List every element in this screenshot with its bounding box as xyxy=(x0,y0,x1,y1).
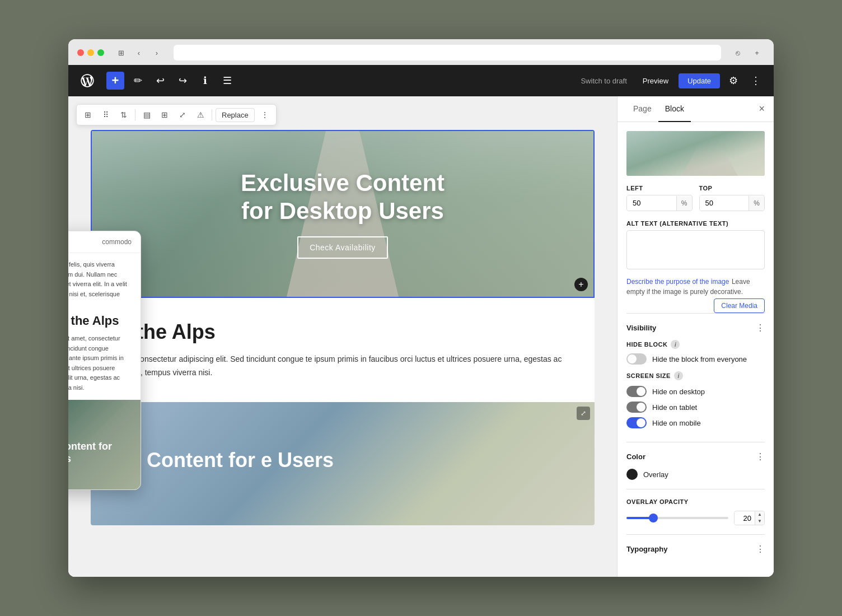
traffic-light-red[interactable] xyxy=(77,49,84,56)
browser-right-icons: ⎋ + xyxy=(730,46,765,59)
color-more-button[interactable]: ⋮ xyxy=(756,451,765,462)
browser-forward-button[interactable]: › xyxy=(149,46,165,59)
block-type-button[interactable]: ⊞ xyxy=(80,107,96,123)
hero-content: Exclusive Content for Desktop Users Chec… xyxy=(92,131,593,297)
add-block-button[interactable]: + xyxy=(106,72,124,90)
info-button[interactable]: ℹ xyxy=(196,72,214,90)
opacity-input-wrapper: ▲ ▼ xyxy=(734,511,765,525)
wp-toolbar: + ✏ ↩ ↪ ℹ ☰ Switch to draft Preview Upda… xyxy=(68,65,774,96)
update-button[interactable]: Update xyxy=(679,73,720,88)
check-availability-button[interactable]: Check Availability xyxy=(297,236,388,259)
hide-everyone-row: Hide the block from everyone xyxy=(626,353,765,365)
traffic-light-green[interactable] xyxy=(97,49,104,56)
browser-back-button[interactable]: ‹ xyxy=(131,46,147,59)
redo-button[interactable]: ↪ xyxy=(174,72,191,90)
browser-window: ⊞ ‹ › ⎋ + + ✏ ↩ ↪ ℹ xyxy=(68,39,774,577)
hide-tablet-toggle[interactable] xyxy=(626,402,647,413)
opacity-slider[interactable] xyxy=(626,517,728,519)
toolbar-divider xyxy=(135,109,135,120)
sidebar-close-button[interactable]: × xyxy=(759,103,765,115)
visibility-more-button[interactable]: ⋮ xyxy=(756,323,765,333)
hide-everyone-label: Hide the block from everyone xyxy=(652,355,747,363)
second-hero-title: ive Content for e Users xyxy=(113,448,334,472)
opacity-stepper: ▲ ▼ xyxy=(755,511,764,525)
preview-button[interactable]: Preview xyxy=(637,73,674,88)
hide-desktop-toggle[interactable] xyxy=(626,386,647,397)
align-left-button[interactable]: ▤ xyxy=(139,107,155,123)
typography-more-button[interactable]: ⋮ xyxy=(756,544,765,554)
screen-size-header: SCREEN SIZE i xyxy=(626,371,765,380)
screen-size-label: SCREEN SIZE xyxy=(626,372,671,379)
expand-icon[interactable]: ⤢ xyxy=(577,407,590,420)
opacity-increase-button[interactable]: ▲ xyxy=(755,511,764,518)
opacity-decrease-button[interactable]: ▼ xyxy=(755,518,764,525)
wp-editor: + ✏ ↩ ↪ ℹ ☰ Switch to draft Preview Upda… xyxy=(68,65,774,577)
add-block-indicator[interactable]: + xyxy=(574,278,588,291)
hide-block-label: HIDE BLOCK xyxy=(626,341,667,348)
color-section: Color ⋮ Overlay xyxy=(626,442,765,489)
content-section: g the Alps met, consectetur adipiscing e… xyxy=(91,298,595,402)
list-view-button[interactable]: ☰ xyxy=(218,72,236,90)
overlay-opacity-section: OVERLAY OPACITY ▲ ▼ xyxy=(626,489,765,534)
screen-size-section: SCREEN SIZE i Hide on desktop Hide on ta… xyxy=(626,371,765,428)
left-input-wrapper: % xyxy=(626,195,693,211)
switch-draft-button[interactable]: Switch to draft xyxy=(575,73,632,88)
opacity-row: ▲ ▼ xyxy=(626,511,765,525)
tab-block[interactable]: Block xyxy=(658,96,691,122)
left-input[interactable] xyxy=(627,195,676,211)
mobile-header-text2: commodo xyxy=(102,238,132,246)
tab-page[interactable]: Page xyxy=(626,96,658,122)
mobile-preview-header: Suspendisse s commodo xyxy=(68,231,141,253)
color-header[interactable]: Color ⋮ xyxy=(626,451,765,462)
hide-mobile-toggle[interactable] xyxy=(626,417,647,428)
editor-body: ⊞ ⠿ ⇅ ▤ ⊞ ⤢ ⚠ Replace ⋮ xyxy=(68,96,774,577)
editor-sidebar: Page Block × LEFT xyxy=(617,96,774,577)
grid-view-button[interactable]: ⊞ xyxy=(157,107,172,123)
opacity-slider-thumb[interactable] xyxy=(649,514,658,522)
visibility-title: Visibility xyxy=(626,324,656,332)
replace-button[interactable]: Replace xyxy=(216,108,255,122)
hide-everyone-toggle[interactable] xyxy=(626,353,647,365)
hide-block-section: HIDE BLOCK i Hide the block from everyon… xyxy=(626,340,765,365)
alt-text-input[interactable] xyxy=(626,230,765,269)
editor-main: ⊞ ⠿ ⇅ ▤ ⊞ ⤢ ⚠ Replace ⋮ xyxy=(68,96,617,577)
traffic-lights xyxy=(77,49,104,56)
hide-desktop-label: Hide on desktop xyxy=(652,388,705,396)
typography-header[interactable]: Typography ⋮ xyxy=(626,544,765,554)
toolbar-right: Switch to draft Preview Update ⚙ ⋮ xyxy=(575,72,765,90)
color-title: Color xyxy=(626,452,645,461)
top-input[interactable] xyxy=(700,195,749,211)
describe-link[interactable]: Describe the purpose of the image xyxy=(626,278,729,286)
position-inputs: LEFT % TOP % xyxy=(626,185,765,211)
opacity-input[interactable] xyxy=(735,512,755,525)
drag-handle-button[interactable]: ⠿ xyxy=(98,107,114,123)
browser-titlebar: ⊞ ‹ › ⎋ + xyxy=(77,45,765,60)
mobile-preview-text: risus. Sed a posuere felis, quis viverra… xyxy=(68,253,141,400)
browser-address-bar[interactable] xyxy=(174,45,721,60)
mobile-hero-title: Exclusive Content for Mobile Users xyxy=(68,441,134,465)
top-label: TOP xyxy=(699,185,765,192)
block-more-button[interactable]: ⋮ xyxy=(257,107,273,123)
block-toolbar: ⊞ ⠿ ⇅ ▤ ⊞ ⤢ ⚠ Replace ⋮ xyxy=(76,104,277,125)
warning-button[interactable]: ⚠ xyxy=(193,107,208,123)
visibility-header[interactable]: Visibility ⋮ xyxy=(626,323,765,333)
traffic-light-yellow[interactable] xyxy=(87,49,94,56)
settings-button[interactable]: ⚙ xyxy=(724,72,742,90)
wp-logo[interactable] xyxy=(77,71,97,91)
browser-share-button[interactable]: ⎋ xyxy=(730,46,746,59)
typography-section: Typography ⋮ xyxy=(626,534,765,570)
tools-button[interactable]: ✏ xyxy=(129,72,147,90)
sidebar-toggle-button[interactable]: ⊞ xyxy=(113,46,129,59)
clear-media-button[interactable]: Clear Media xyxy=(714,298,765,313)
content-text: met, consectetur adipiscing elit. Sed ti… xyxy=(119,353,567,380)
fullscreen-button[interactable]: ⤢ xyxy=(175,107,190,123)
screen-size-info-icon[interactable]: i xyxy=(674,371,683,380)
move-arrows-button[interactable]: ⇅ xyxy=(116,107,132,123)
wordpress-logo-icon xyxy=(79,73,95,88)
browser-new-tab-button[interactable]: + xyxy=(749,46,765,59)
undo-button[interactable]: ↩ xyxy=(151,72,169,90)
more-options-button[interactable]: ⋮ xyxy=(747,72,765,90)
hide-block-info-icon[interactable]: i xyxy=(671,340,680,349)
overlay-color-row: Overlay xyxy=(626,469,765,480)
overlay-color-dot[interactable] xyxy=(626,469,638,480)
